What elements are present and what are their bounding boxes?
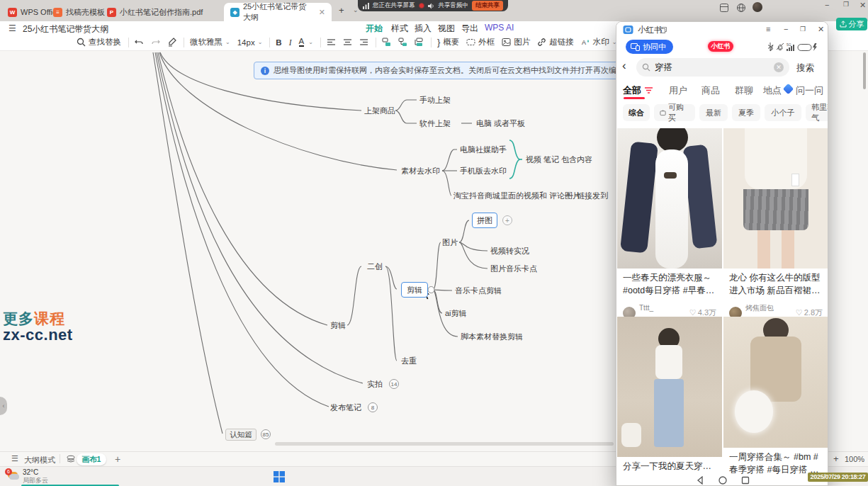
node-drag-handle[interactable] bbox=[428, 287, 434, 293]
undo-button[interactable] bbox=[135, 38, 144, 47]
find-replace-button[interactable]: 查找替换 bbox=[77, 37, 121, 47]
outline-mode-icon[interactable]: ☰ bbox=[11, 454, 18, 463]
tab-mindmap-active[interactable]: ◆ 25小红书笔记带货大纲 ✕ bbox=[224, 3, 332, 21]
collab-mode-pill[interactable]: 协同中 bbox=[626, 40, 673, 54]
note-card[interactable]: 一些春天的漂亮衣服～ #ootd每日穿搭 #早春… Tttt_02-14 ♡4.… bbox=[617, 128, 722, 325]
note-user[interactable]: Tttt_ bbox=[639, 304, 653, 312]
mindmap-node-jianji-selected[interactable]: 剪辑 bbox=[401, 282, 428, 298]
taskbar-temp[interactable]: 32°C bbox=[23, 468, 38, 476]
filter-chip-summer[interactable]: 夏季 bbox=[732, 104, 760, 121]
phone-search-field[interactable]: 穿搭 ✕ bbox=[636, 58, 789, 77]
mindmap-node-brace-note[interactable]: 视频 笔记 包含内容 bbox=[526, 154, 592, 165]
mindmap-node-lianjie[interactable]: 链接发到 bbox=[577, 191, 608, 201]
align-right-button[interactable] bbox=[359, 38, 368, 47]
zoom-level[interactable]: 100% bbox=[845, 455, 864, 463]
back-chevron-icon[interactable]: ‹ bbox=[622, 60, 626, 72]
windows-start-button[interactable] bbox=[274, 471, 285, 482]
phone-close-button[interactable]: ✕ bbox=[818, 25, 824, 34]
mindmap-node-sjqsy[interactable]: 手机版去水印 bbox=[460, 166, 507, 176]
insert-sibling-button[interactable] bbox=[415, 38, 424, 47]
filter-chip-composite[interactable]: 综合 bbox=[623, 104, 650, 121]
weather-icon[interactable]: 6 bbox=[5, 469, 21, 480]
font-family-select[interactable]: 微软雅黑⌄ bbox=[190, 37, 230, 47]
mindmap-node-aijj[interactable]: ai剪辑 bbox=[445, 308, 467, 319]
mindmap-node-erchuang[interactable]: 二创 bbox=[367, 261, 383, 272]
menu-style[interactable]: 样式 bbox=[391, 23, 408, 35]
menu-wps-ai[interactable]: WPS AI bbox=[485, 23, 514, 33]
horizontal-scrollbar[interactable] bbox=[275, 442, 614, 446]
mindmap-node-fabu[interactable]: 发布笔记 bbox=[330, 402, 361, 413]
mindmap-node-renzhi[interactable]: 认知篇 bbox=[225, 429, 257, 441]
close-tab-icon[interactable]: ✕ bbox=[319, 8, 325, 17]
image-button[interactable]: 图片 bbox=[502, 37, 530, 47]
clear-search-icon[interactable]: ✕ bbox=[774, 62, 784, 72]
mindmap-node-shipai[interactable]: 实拍 bbox=[367, 379, 383, 390]
mindmap-node-ruanjian[interactable]: 软件上架 bbox=[419, 118, 451, 129]
add-child-button[interactable]: + bbox=[502, 215, 512, 225]
mindmap-node-pintu-selected[interactable]: 拼图 bbox=[472, 213, 497, 228]
font-color-button[interactable]: A bbox=[299, 38, 305, 47]
mindmap-node-tbdy[interactable]: 淘宝抖音商城里面的视频和 评论图片 bbox=[453, 191, 580, 201]
avatar[interactable] bbox=[753, 2, 762, 12]
align-center-button[interactable] bbox=[343, 38, 352, 47]
mindmap-node-jbsc[interactable]: 脚本素材替换剪辑 bbox=[461, 332, 523, 342]
note-card[interactable]: 龙心 你有这么牛的版型进入市场 新品百褶裙真的… 烤焦面包07-08 ♡2.8万 bbox=[723, 128, 828, 325]
mindmap-node-jianji[interactable]: 剪辑 bbox=[330, 320, 346, 331]
mindmap-node-szsk[interactable]: 视频转实况 bbox=[490, 246, 529, 256]
add-canvas-button[interactable]: + bbox=[115, 453, 120, 465]
note-card[interactable]: 分享一下我的夏天穿搭合 bbox=[617, 317, 722, 475]
nav-back-icon[interactable] bbox=[696, 476, 704, 485]
note-card[interactable]: 一周穿搭合集～ #bm #春季穿搭 #每日穿搭 #日… bbox=[723, 317, 828, 477]
filter-chip-latest[interactable]: 最新 bbox=[699, 104, 728, 121]
share-button[interactable]: 分享 bbox=[836, 18, 867, 30]
note-title[interactable]: 一些春天的漂亮衣服～ #ootd每日穿搭 #早春… bbox=[617, 269, 722, 298]
font-size-select[interactable]: 14px⌄ bbox=[237, 38, 263, 47]
mindmap-node-diannao[interactable]: 电脑 或者平板 bbox=[476, 118, 525, 129]
result-tab-all[interactable]: 全部 bbox=[623, 84, 641, 97]
result-tab-goods[interactable]: 商品 bbox=[701, 84, 720, 97]
close-button[interactable]: ✕ bbox=[859, 1, 866, 10]
result-tab-users[interactable]: 用户 bbox=[669, 84, 687, 97]
stop-share-button[interactable]: 结束共享 bbox=[472, 1, 503, 11]
result-tab-places[interactable]: 地点 bbox=[763, 84, 782, 97]
hyperlink-button[interactable]: 超链接 bbox=[537, 37, 574, 47]
phone-restore-button[interactable]: ❐ bbox=[800, 26, 806, 33]
result-tab-groups[interactable]: 群聊 bbox=[735, 84, 753, 97]
new-tab-button[interactable]: + bbox=[339, 5, 344, 16]
summary-button[interactable]: }概要 bbox=[437, 37, 459, 47]
note-title[interactable]: 分享一下我的夏天穿搭合 bbox=[617, 457, 722, 475]
mindmap-node-shoudong[interactable]: 手动上架 bbox=[419, 95, 451, 106]
tab-pdf-guide[interactable]: P 小红书笔记创作指南.pdf bbox=[101, 3, 209, 21]
vertical-scrollbar[interactable] bbox=[863, 52, 866, 89]
layers-icon[interactable] bbox=[67, 455, 75, 463]
watermark-button[interactable]: A水印⌄ bbox=[581, 37, 617, 47]
minimize-button[interactable]: − bbox=[825, 1, 829, 9]
menu-insert[interactable]: 插入 bbox=[415, 23, 432, 35]
filter-chip-petite[interactable]: 小个子 bbox=[765, 104, 801, 121]
phone-window-titlebar[interactable]: 小红书 ≡ − ❐ ✕ bbox=[616, 22, 828, 38]
canvas-tab[interactable]: 画布1 bbox=[77, 453, 106, 465]
result-tab-ask[interactable]: 问一问 bbox=[796, 84, 823, 97]
note-title[interactable]: 龙心 你有这么牛的版型进入市场 新品百褶裙真的… bbox=[723, 269, 828, 298]
mindmap-node-quchong[interactable]: 去重 bbox=[401, 356, 417, 366]
note-user[interactable]: 烤焦面包 bbox=[745, 304, 774, 312]
format-painter-button[interactable] bbox=[167, 38, 176, 47]
menu-export[interactable]: 导出 bbox=[461, 23, 478, 35]
filter-chip-buyable[interactable]: 可购买 bbox=[654, 104, 695, 121]
nav-home-icon[interactable] bbox=[718, 476, 727, 485]
nav-recents-icon[interactable] bbox=[741, 476, 750, 485]
mindmap-node-ylkd[interactable]: 音乐卡点剪辑 bbox=[455, 286, 502, 296]
filter-chip-korean[interactable]: 韩里韩气 bbox=[806, 104, 828, 121]
mindmap-node-dnzs[interactable]: 电脑社媒助手 bbox=[460, 145, 507, 155]
italic-button[interactable]: I bbox=[289, 38, 292, 47]
search-button[interactable]: 搜索 bbox=[796, 62, 814, 74]
restore-button[interactable]: ❐ bbox=[843, 1, 849, 8]
insert-subtopic-button[interactable] bbox=[398, 38, 407, 47]
phone-menu-icon[interactable]: ≡ bbox=[766, 25, 770, 33]
outline-mode-button[interactable]: 大纲模式 bbox=[24, 455, 55, 465]
layout-icon[interactable] bbox=[720, 4, 728, 12]
mindmap-node-tupian[interactable]: 图片 bbox=[442, 237, 458, 248]
align-left-button[interactable] bbox=[327, 38, 336, 47]
mindmap-node-tpyl[interactable]: 图片音乐卡点 bbox=[490, 264, 537, 274]
font-color-chevron[interactable]: ⌄ bbox=[308, 39, 313, 45]
